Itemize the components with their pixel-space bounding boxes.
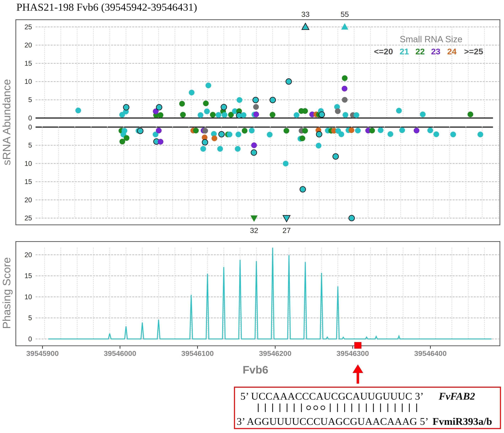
svg-text:25: 25 [25,23,32,31]
svg-text:39546000: 39546000 [104,349,136,357]
svg-text:20: 20 [25,41,32,49]
svg-text:10: 10 [25,293,32,301]
svg-text:Small RNA Size: Small RNA Size [400,34,463,44]
svg-text:<=20: <=20 [374,47,393,56]
svg-text:21: 21 [400,47,409,56]
svg-text:27: 27 [282,226,291,235]
svg-text:15: 15 [25,60,32,67]
svg-text:sRNA Abundance: sRNA Abundance [0,79,13,165]
svg-text:22: 22 [415,47,425,56]
svg-text:PHAS21-198 Fvb6 (39545942-3954: PHAS21-198 Fvb6 (39545942-39546431) [16,1,197,13]
svg-text:23: 23 [431,47,440,56]
svg-text:0: 0 [28,114,32,122]
svg-text:39546400: 39546400 [414,349,447,357]
svg-text:10: 10 [25,78,32,85]
svg-text:39546200: 39546200 [259,349,291,357]
svg-text:10: 10 [25,160,32,167]
svg-text:5: 5 [28,96,32,104]
svg-text:0: 0 [28,335,32,343]
svg-text:0: 0 [28,123,32,131]
svg-text:15: 15 [25,272,32,279]
svg-text:39545900: 39545900 [26,349,59,357]
svg-text:25: 25 [25,214,32,222]
svg-text:3’ AGGUUUUCCCUAGCGUAACAAAG 5’: 3’ AGGUUUUCCCUAGCGUAACAAAG 5’ [237,416,429,427]
svg-text:39546300: 39546300 [337,349,369,357]
svg-text:FvmiR393a/b: FvmiR393a/b [432,416,492,427]
svg-text:>=25: >=25 [464,47,483,56]
svg-text:32: 32 [250,226,258,235]
svg-text:39546100: 39546100 [181,349,214,357]
svg-text:15: 15 [25,178,32,185]
svg-text:5: 5 [28,142,32,149]
svg-text:55: 55 [341,10,349,18]
svg-text:20: 20 [25,251,32,259]
svg-text:33: 33 [301,10,310,18]
svg-text:Phasing Score: Phasing Score [0,257,13,329]
svg-text:24: 24 [447,47,457,56]
svg-text:Fvb6: Fvb6 [243,364,269,376]
svg-text:20: 20 [25,196,32,204]
svg-text:FvFAB2: FvFAB2 [439,390,475,402]
svg-text:5’ UCCAAACCCAUCGCAUUGUUUC 3’: 5’ UCCAAACCCAUCGCAUUGUUUC 3’ [240,390,424,402]
svg-text:5: 5 [28,314,32,322]
